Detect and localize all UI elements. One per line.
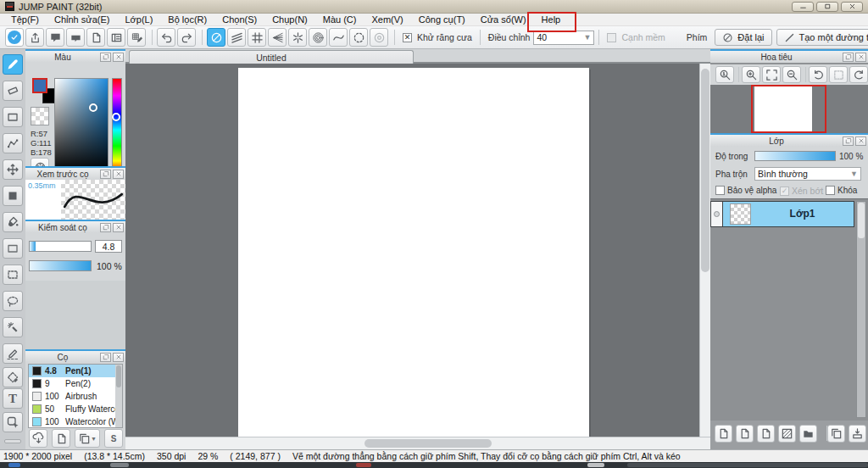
polyline-tool[interactable]: [3, 133, 23, 153]
concentric-ruler-button[interactable]: [309, 28, 327, 47]
popup-icon[interactable]: [100, 353, 111, 362]
layout-panel-button[interactable]: [107, 28, 125, 47]
brush-item[interactable]: 100 Watercolor (W: [29, 415, 115, 428]
ellipse-ruler-button[interactable]: [349, 28, 368, 47]
close-icon[interactable]: [113, 223, 124, 232]
layer-blend-dropdown[interactable]: Bình thường▼: [754, 167, 861, 181]
taskbar-icon[interactable]: [587, 463, 604, 467]
canvas-horizontal-scrollbar[interactable]: [125, 437, 710, 449]
close-icon[interactable]: [113, 353, 124, 362]
layer-opacity-slider[interactable]: [754, 151, 836, 161]
text-tool[interactable]: T: [3, 388, 23, 409]
brush-script-button[interactable]: S: [104, 429, 123, 448]
menu-edit[interactable]: Chỉnh sửa(E): [47, 14, 117, 26]
brush-item[interactable]: 4.8 Pen(1): [29, 365, 115, 377]
menu-layer[interactable]: Lớp(L): [117, 14, 160, 26]
antialias-checkbox[interactable]: ✕: [403, 33, 412, 42]
alpha-protect-checkbox[interactable]: [715, 186, 725, 195]
duplicate-layer-button[interactable]: [827, 425, 845, 443]
maximize-button[interactable]: [816, 2, 838, 12]
clipping-checkbox[interactable]: ✓: [780, 187, 789, 196]
new-8bit-layer-button[interactable]: 8: [736, 425, 754, 443]
taskbar-icon[interactable]: [110, 463, 129, 467]
eraser-tool[interactable]: [3, 81, 23, 101]
layer-item[interactable]: Lớp1: [710, 201, 854, 227]
reset-button[interactable]: Đặt lại: [715, 29, 771, 46]
close-icon[interactable]: [113, 53, 124, 62]
new-layer-button[interactable]: [715, 425, 732, 443]
chat-bubble-button[interactable]: [46, 28, 64, 47]
document-tab[interactable]: Untitled: [129, 50, 414, 64]
menu-file[interactable]: Tệp(F): [3, 14, 47, 26]
menu-view[interactable]: Xem(V): [364, 14, 410, 26]
menu-tools[interactable]: Công cụ(T): [411, 14, 473, 26]
ruler-off-button[interactable]: [207, 28, 225, 47]
close-icon[interactable]: [855, 53, 866, 62]
rotate-cw-button[interactable]: [849, 66, 868, 83]
brush-item[interactable]: 50 Fluffy Watercol: [29, 403, 115, 415]
zoom-out-button[interactable]: [782, 66, 801, 83]
brush-duplicate-button[interactable]: ▼: [75, 429, 100, 448]
transparent-color-swatch[interactable]: [31, 107, 49, 125]
symmetry-ruler-button[interactable]: [288, 28, 307, 47]
canvas[interactable]: [238, 68, 589, 437]
select-pen-tool[interactable]: [3, 343, 23, 364]
brush-item[interactable]: 9 Pen(2): [29, 377, 115, 390]
gradient-tool[interactable]: [3, 238, 23, 259]
vanishing-point-ruler-button[interactable]: [268, 28, 287, 47]
close-icon[interactable]: [113, 170, 124, 179]
rotate-ccw-button[interactable]: [809, 66, 827, 83]
comment-button[interactable]: [66, 28, 85, 47]
adjust-dropdown[interactable]: 40▼: [533, 31, 594, 45]
menu-window[interactable]: Cửa sổ(W): [473, 14, 534, 26]
move-tool[interactable]: [3, 159, 23, 180]
brush-opacity-slider[interactable]: [29, 260, 92, 271]
hue-marker[interactable]: [112, 113, 120, 121]
select-rect-tool[interactable]: [3, 265, 23, 285]
menu-color[interactable]: Màu (C): [315, 14, 364, 26]
fit-screen-button[interactable]: [762, 66, 781, 83]
brush-size-slider[interactable]: [29, 241, 92, 252]
ruler-settings-button[interactable]: [370, 28, 388, 47]
brush-tool[interactable]: [3, 54, 23, 75]
cloud-service-button[interactable]: [5, 28, 24, 47]
brush-size-value[interactable]: 4.8: [95, 240, 122, 253]
layer-visibility-toggle[interactable]: [711, 202, 723, 226]
grid-ruler-button[interactable]: [248, 28, 266, 47]
figure-tool[interactable]: [3, 107, 23, 127]
create-line-button[interactable]: Tạo một đường thẳng: [776, 29, 868, 46]
foreground-color-swatch[interactable]: [32, 78, 47, 93]
soft-edge-checkbox[interactable]: [607, 33, 616, 42]
sv-marker[interactable]: [89, 103, 97, 112]
taskbar-icon[interactable]: [356, 463, 371, 467]
operation-tool[interactable]: [3, 412, 23, 432]
close-button[interactable]: [841, 2, 863, 12]
popup-icon[interactable]: [843, 136, 854, 146]
menu-filter[interactable]: Bộ lọc(R): [160, 14, 214, 26]
canvas-vertical-scrollbar[interactable]: [699, 64, 710, 437]
new-halftone-layer-button[interactable]: [778, 425, 796, 443]
popup-icon[interactable]: [100, 223, 111, 232]
canvas-edit-button[interactable]: [127, 28, 146, 47]
magic-wand-tool[interactable]: [3, 317, 23, 337]
popup-icon[interactable]: [100, 170, 111, 179]
hue-bar[interactable]: [112, 78, 122, 173]
document-info-button[interactable]: [86, 28, 105, 47]
curve-ruler-button[interactable]: [329, 28, 348, 47]
navigator-preview[interactable]: [710, 85, 868, 135]
menu-select[interactable]: Chọn(S): [214, 14, 264, 26]
popup-icon[interactable]: [100, 53, 111, 62]
lasso-tool[interactable]: [3, 291, 23, 311]
rotate-reset-button[interactable]: [829, 66, 848, 83]
new-folder-button[interactable]: [799, 425, 817, 443]
parallel-ruler-button[interactable]: [227, 28, 246, 47]
popup-icon[interactable]: [843, 53, 854, 62]
share-button[interactable]: [25, 28, 44, 47]
fill-tool[interactable]: [3, 186, 23, 206]
tool-column-divider[interactable]: [4, 439, 21, 443]
zoom-reset-button[interactable]: [715, 66, 734, 83]
menu-snap[interactable]: Chụp(N): [264, 14, 315, 26]
menu-help[interactable]: Help: [534, 14, 569, 26]
close-icon[interactable]: [855, 136, 866, 146]
select-eraser-tool[interactable]: [3, 367, 23, 387]
